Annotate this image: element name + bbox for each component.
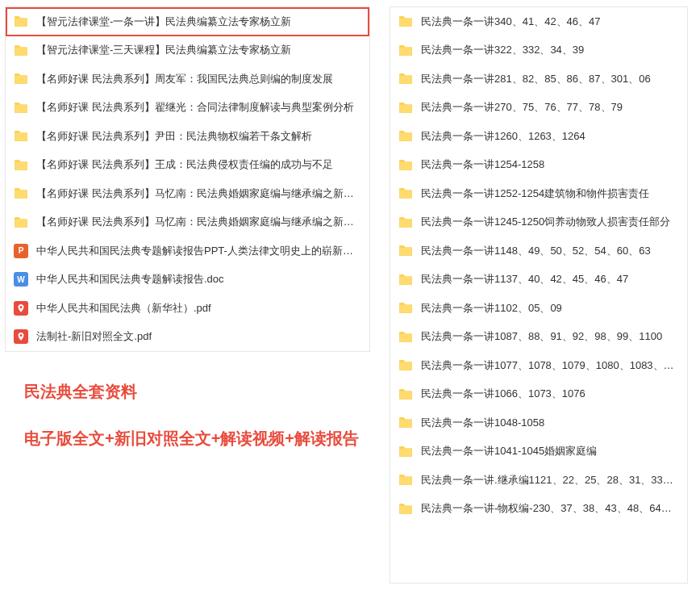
folder-icon — [398, 444, 413, 458]
file-name-label: 中华人民共和国民法典（新华社）.pdf — [36, 301, 211, 316]
folder-icon — [398, 215, 413, 229]
file-name-label: 民法典一条一讲1254-1258 — [421, 157, 544, 172]
right-file-row[interactable]: 民法典一条一讲270、75、76、77、78、79 — [390, 94, 687, 123]
left-file-row[interactable]: 【名师好课 民法典系列】马忆南：民法典婚姻家庭编与继承编之新发展（上） — [6, 208, 369, 237]
folder-icon — [398, 129, 413, 144]
left-file-row[interactable]: W中华人民共和国民法典专题解读报告.doc — [6, 266, 369, 295]
file-name-label: 【名师好课 民法典系列】翟继光：合同法律制度解读与典型案例分析 — [36, 100, 354, 115]
right-file-row[interactable]: 民法典一条一讲1087、88、91、92、98、99、1100 — [390, 323, 687, 352]
file-name-label: 民法典一条一讲1048-1058 — [421, 416, 544, 430]
left-file-list: 【智元法律课堂-一条一讲】民法典编纂立法专家杨立新【智元法律课堂-三天课程】民法… — [5, 6, 370, 352]
right-file-list: 民法典一条一讲340、41、42、46、47民法典一条一讲322、332、34、… — [390, 6, 688, 584]
right-file-row[interactable]: 民法典一条一讲281、82、85、86、87、301、06 — [390, 65, 687, 94]
left-file-row[interactable]: 中华人民共和国民法典（新华社）.pdf — [6, 294, 369, 323]
folder-icon — [14, 100, 28, 115]
file-name-label: 【名师好课 民法典系列】周友军：我国民法典总则编的制度发展 — [36, 72, 333, 86]
left-file-row[interactable]: 【智元法律课堂-三天课程】民法典编纂立法专家杨立新 — [6, 36, 369, 65]
folder-icon — [398, 272, 413, 287]
right-file-row[interactable]: 民法典一条一讲1048-1058 — [390, 408, 687, 437]
file-name-label: 民法典一条一讲1245-1250饲养动物致人损害责任部分 — [421, 215, 670, 229]
file-name-label: 民法典一条一讲-物权编-230、37、38、43、48、64、69 — [421, 501, 679, 516]
file-name-label: 【名师好课 民法典系列】马忆南：民法典婚姻家庭编与继承编之新发展（下） — [36, 186, 361, 201]
left-file-row[interactable]: 【名师好课 民法典系列】尹田：民法典物权编若干条文解析 — [6, 122, 369, 151]
folder-icon — [398, 100, 413, 115]
folder-icon — [398, 358, 413, 373]
right-file-row[interactable]: 民法典一条一讲.继承编1121、22、25、28、31、33、36 — [390, 466, 687, 495]
folder-icon — [398, 157, 413, 172]
left-file-row[interactable]: 法制社-新旧对照全文.pdf — [6, 323, 369, 352]
folder-icon — [398, 15, 413, 29]
promo-line2: 电子版全文+新旧对照全文+解读视频+解读报告 — [24, 425, 363, 452]
pdf-icon — [14, 329, 28, 344]
right-file-row[interactable]: 民法典一条一讲1041-1045婚姻家庭编 — [390, 437, 687, 467]
file-name-label: 民法典一条一讲1252-1254建筑物和物件损害责任 — [421, 186, 649, 201]
right-file-row[interactable]: 民法典一条一讲1066、1073、1076 — [390, 380, 687, 409]
file-name-label: 民法典一条一讲1137、40、42、45、46、47 — [421, 272, 628, 287]
left-file-row[interactable]: 【名师好课 民法典系列】马忆南：民法典婚姻家庭编与继承编之新发展（下） — [6, 179, 369, 208]
file-name-label: 中华人民共和国民法典专题解读报告PPT-人类法律文明史上的崭新路标.pptx — [36, 244, 361, 258]
file-name-label: 民法典一条一讲1260、1263、1264 — [421, 129, 585, 144]
word-icon: W — [14, 272, 28, 287]
folder-icon — [14, 129, 28, 144]
folder-icon — [398, 244, 413, 258]
right-file-row[interactable]: 民法典一条一讲1260、1263、1264 — [390, 122, 687, 151]
file-name-label: 民法典一条一讲1077、1078、1079、1080、1083、1084。 — [421, 358, 679, 373]
file-name-label: 民法典一条一讲281、82、85、86、87、301、06 — [421, 72, 651, 86]
file-name-label: 【名师好课 民法典系列】王成：民法典侵权责任编的成功与不足 — [36, 157, 333, 172]
right-file-row[interactable]: 民法典一条一讲1102、05、09 — [390, 294, 687, 323]
right-file-row[interactable]: 民法典一条一讲1137、40、42、45、46、47 — [390, 266, 687, 295]
pdf-icon — [14, 301, 28, 316]
folder-icon — [398, 416, 413, 430]
file-name-label: 法制社-新旧对照全文.pdf — [36, 329, 152, 344]
folder-icon — [398, 301, 413, 316]
promo-text: 民法典全套资料 电子版全文+新旧对照全文+解读视频+解读报告 — [24, 378, 363, 452]
folder-icon — [14, 15, 28, 29]
folder-icon — [14, 43, 28, 57]
file-name-label: 民法典一条一讲1041-1045婚姻家庭编 — [421, 444, 597, 458]
file-name-label: 民法典一条一讲1102、05、09 — [421, 301, 562, 316]
file-name-label: 中华人民共和国民法典专题解读报告.doc — [36, 272, 224, 287]
right-file-row[interactable]: 民法典一条一讲1245-1250饲养动物致人损害责任部分 — [390, 208, 687, 237]
file-name-label: 民法典一条一讲270、75、76、77、78、79 — [421, 100, 623, 115]
file-name-label: 【名师好课 民法典系列】马忆南：民法典婚姻家庭编与继承编之新发展（上） — [36, 215, 361, 229]
promo-line1: 民法典全套资料 — [24, 378, 363, 405]
right-file-row[interactable]: 民法典一条一讲1077、1078、1079、1080、1083、1084。 — [390, 351, 687, 380]
folder-icon — [398, 387, 413, 401]
file-name-label: 民法典一条一讲.继承编1121、22、25、28、31、33、36 — [421, 473, 679, 487]
left-file-row[interactable]: 【名师好课 民法典系列】王成：民法典侵权责任编的成功与不足 — [6, 151, 369, 180]
file-name-label: 民法典一条一讲1087、88、91、92、98、99、1100 — [421, 329, 662, 344]
left-file-row[interactable]: 【智元法律课堂-一条一讲】民法典编纂立法专家杨立新 — [6, 7, 369, 36]
folder-icon — [14, 215, 28, 229]
left-file-row[interactable]: P中华人民共和国民法典专题解读报告PPT-人类法律文明史上的崭新路标.pptx — [6, 236, 369, 266]
file-name-label: 【智元法律课堂-一条一讲】民法典编纂立法专家杨立新 — [36, 15, 291, 29]
right-file-row[interactable]: 民法典一条一讲1252-1254建筑物和物件损害责任 — [390, 179, 687, 208]
right-file-row[interactable]: 民法典一条一讲322、332、34、39 — [390, 36, 687, 65]
file-name-label: 民法典一条一讲340、41、42、46、47 — [421, 15, 601, 29]
file-name-label: 民法典一条一讲322、332、34、39 — [421, 43, 584, 57]
right-file-row[interactable]: 民法典一条一讲340、41、42、46、47 — [390, 7, 687, 36]
folder-icon — [14, 186, 28, 201]
left-file-row[interactable]: 【名师好课 民法典系列】翟继光：合同法律制度解读与典型案例分析 — [6, 94, 369, 123]
folder-icon — [14, 157, 28, 172]
left-file-row[interactable]: 【名师好课 民法典系列】周友军：我国民法典总则编的制度发展 — [6, 65, 369, 94]
folder-icon — [398, 186, 413, 201]
right-file-row[interactable]: 民法典一条一讲1148、49、50、52、54、60、63 — [390, 236, 687, 266]
folder-icon — [398, 72, 413, 86]
file-name-label: 【智元法律课堂-三天课程】民法典编纂立法专家杨立新 — [36, 43, 291, 57]
right-file-row[interactable]: 民法典一条一讲-物权编-230、37、38、43、48、64、69 — [390, 495, 687, 524]
folder-icon — [398, 501, 413, 516]
folder-icon — [398, 329, 413, 344]
folder-icon — [398, 43, 413, 57]
file-name-label: 民法典一条一讲1148、49、50、52、54、60、63 — [421, 244, 651, 258]
folder-icon — [398, 473, 413, 487]
ppt-icon: P — [14, 244, 28, 258]
file-name-label: 【名师好课 民法典系列】尹田：民法典物权编若干条文解析 — [36, 129, 312, 144]
file-name-label: 民法典一条一讲1066、1073、1076 — [421, 387, 585, 401]
folder-icon — [14, 72, 28, 86]
right-file-row[interactable]: 民法典一条一讲1254-1258 — [390, 151, 687, 180]
